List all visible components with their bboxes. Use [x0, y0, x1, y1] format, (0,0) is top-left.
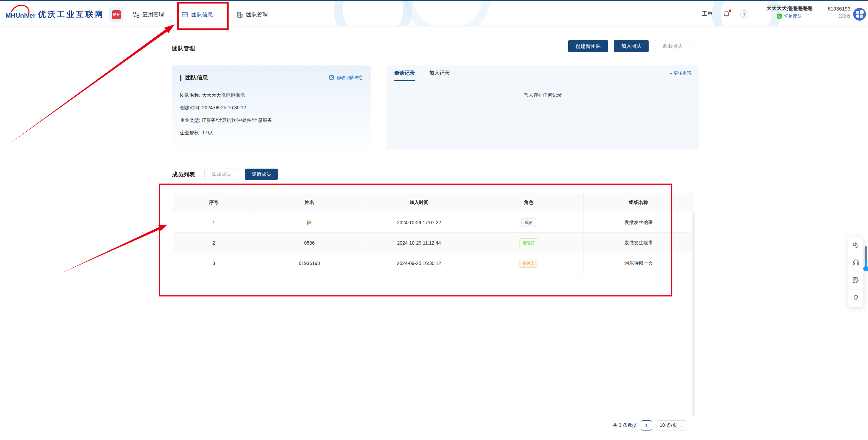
member-list-header: 成员列表 添加成员 邀请成员 — [172, 169, 278, 180]
records-panel: 邀请记录 加入记录 » 更多邀请 暂未存在任何记录 — [387, 65, 699, 150]
notification-bell-icon[interactable] — [723, 10, 731, 18]
cell-index: 3 — [173, 253, 255, 273]
edit-team-info-link[interactable]: 修改团队信息 — [329, 75, 363, 81]
current-team-name: 天天天天拖拖拖拖拖 — [762, 5, 816, 12]
cell-role: 创建人 — [474, 253, 584, 273]
help-icon[interactable]: ? — [741, 10, 748, 18]
team-info-card: 团队信息 修改团队信息 团队名称:天天天天拖拖拖拖拖 创建时间:2024-09-… — [172, 65, 371, 150]
col-name: 姓名 — [255, 193, 364, 212]
more-invites-link[interactable]: » 更多邀请 — [669, 70, 691, 81]
cell-join-time: 2024-10-29 17:07:22 — [364, 212, 474, 233]
app-chip[interactable]: MH — [109, 7, 123, 22]
cell-join-time: 2024-09-25 16:30:12 — [364, 253, 474, 273]
floating-toolbar — [848, 237, 863, 307]
edit-icon — [329, 75, 334, 81]
col-index: 序号 — [173, 193, 255, 212]
page-actions: 创建新团队 加入团队 退出团队 — [568, 40, 690, 52]
tab-join-records[interactable]: 加入记录 — [429, 70, 450, 81]
cell-org: 阿尔特锇一会 — [583, 253, 694, 273]
idea-bulb-icon — [852, 294, 859, 303]
avatar[interactable] — [853, 8, 866, 21]
brand-name: 优沃工业互联网 — [38, 9, 104, 20]
add-member-button[interactable]: 添加成员 — [204, 169, 238, 180]
nav-item-team-info[interactable]: 团队信息 — [182, 2, 213, 26]
switch-team-link[interactable]: 证 切换团队 — [762, 13, 816, 19]
enterprise-scale-field: 企业规模:1-9人 — [180, 127, 363, 139]
cell-index: 1 — [173, 212, 255, 233]
col-role: 角色 — [474, 193, 584, 212]
annotation-arrow-to-table — [60, 225, 167, 273]
cell-name: 0586 — [255, 233, 364, 253]
work-order-link[interactable]: 工单 — [702, 11, 713, 18]
nav-item-label: 团队信息 — [191, 11, 213, 18]
total-count-text: 共 3 条数据 — [613, 422, 637, 428]
cell-name: jik — [255, 212, 364, 233]
customer-service-button[interactable] — [848, 254, 863, 272]
role-badge: 创建人 — [519, 259, 538, 268]
cell-org: 发撒发生啥事 — [583, 233, 694, 253]
verified-shield-icon: 证 — [777, 14, 782, 19]
scrollbar-thumb-ball — [863, 266, 868, 271]
team-info-card-title: 团队信息 — [185, 74, 208, 81]
role-badge: 成员 — [521, 218, 536, 227]
nav-item-team-management[interactable]: 团队管理 — [237, 2, 268, 26]
brand-logo: MHUniver — [5, 9, 37, 21]
table-scrollbar-track[interactable] — [692, 212, 695, 416]
current-team-block: 天天天天拖拖拖拖拖 证 切换团队 — [762, 5, 816, 19]
create-time-field: 创建时间:2024-09-25 16:30:12 — [180, 101, 363, 114]
top-navigation: MHUniver 优沃工业互联网 MH 应用管理 团队信息 — [0, 0, 868, 26]
scroll-gesture-button[interactable] — [848, 237, 863, 254]
member-table: 序号 姓名 加入时间 角色 组织名称 1 jik 2024-10-29 17:0… — [173, 193, 694, 273]
table-row[interactable]: 3 61936193 2024-09-25 16:30:12 创建人 阿尔特锇一… — [173, 253, 694, 273]
table-row[interactable]: 1 jik 2024-10-29 17:07:22 成员 发撒发生啥事 — [173, 212, 694, 233]
member-table-container: 序号 姓名 加入时间 角色 组织名称 1 jik 2024-10-29 17:0… — [173, 193, 694, 416]
title-accent-bar — [180, 75, 181, 81]
headset-icon — [852, 259, 860, 267]
empty-records-text: 暂未存在任何记录 — [387, 92, 699, 98]
notification-dot — [729, 9, 731, 12]
nav-item-label: 团队管理 — [246, 11, 268, 18]
suggestion-button[interactable] — [848, 290, 863, 307]
logo-mark-text: MHUniver — [5, 12, 36, 19]
scrollbar-track-segment — [865, 246, 867, 260]
cell-role: 管理员 — [474, 233, 584, 253]
invite-member-button[interactable]: 邀请成员 — [245, 169, 278, 180]
nav-item-app-management[interactable]: 应用管理 — [133, 2, 164, 26]
page-number-button[interactable]: 1 — [641, 420, 652, 431]
page-size-select[interactable]: 10 条/页 ⌄ — [656, 420, 688, 431]
cell-join-time: 2024-10-29 11:12:44 — [364, 233, 474, 253]
cell-name: 61936193 — [255, 253, 364, 273]
col-org: 组织名称 — [583, 193, 694, 212]
cell-org: 发撒发生啥事 — [583, 212, 694, 233]
cell-index: 2 — [173, 233, 255, 253]
team-info-icon — [182, 12, 188, 18]
user-role: 创建者 — [821, 13, 850, 19]
role-badge: 管理员 — [519, 238, 538, 247]
chevron-down-icon: ⌄ — [679, 423, 684, 428]
watermark-decoration — [334, 0, 412, 26]
building-icon — [237, 12, 243, 18]
col-join-time: 加入时间 — [364, 193, 474, 212]
page-scrollbar-indicator[interactable] — [864, 246, 868, 271]
apps-icon — [133, 12, 139, 18]
page-title: 团队管理 — [172, 44, 195, 52]
table-row[interactable]: 2 0586 2024-10-29 11:12:44 管理员 发撒发生啥事 — [173, 233, 694, 253]
scroll-gesture-icon — [852, 242, 859, 250]
cell-role: 成员 — [474, 212, 584, 233]
watermark-decoration — [403, 0, 492, 26]
table-header-row: 序号 姓名 加入时间 角色 组织名称 — [173, 193, 694, 212]
tab-invite-records[interactable]: 邀请记录 — [394, 70, 415, 81]
member-list-title: 成员列表 — [172, 171, 195, 178]
enterprise-type-field: 企业类型:IT服务/计算机软件/硬件/信息服务 — [180, 114, 363, 127]
user-block: 61936193 创建者 — [821, 6, 850, 19]
feedback-button[interactable] — [848, 272, 863, 290]
double-arrow-icon: » — [669, 71, 672, 76]
create-team-button[interactable]: 创建新团队 — [568, 40, 608, 52]
team-name-field: 团队名称:天天天天拖拖拖拖拖 — [180, 89, 363, 101]
feedback-form-icon — [852, 277, 859, 285]
pagination: 共 3 条数据 1 10 条/页 ⌄ — [613, 420, 687, 431]
quit-team-button[interactable]: 退出团队 — [655, 40, 690, 52]
nav-item-label: 应用管理 — [142, 11, 164, 18]
join-team-button[interactable]: 加入团队 — [614, 40, 649, 52]
mh-app-icon: MH — [112, 10, 121, 19]
